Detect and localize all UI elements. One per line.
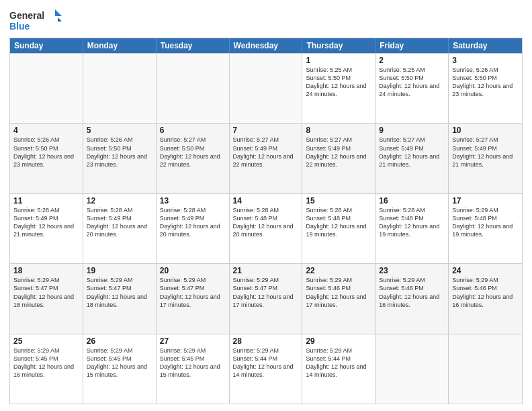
- cell-info: Sunrise: 5:29 AMSunset: 5:47 PMDaylight:…: [13, 276, 79, 309]
- calendar-cell: 4Sunrise: 5:26 AMSunset: 5:50 PMDaylight…: [10, 124, 83, 193]
- day-number: 18: [13, 266, 79, 275]
- cell-info: Sunrise: 5:28 AMSunset: 5:49 PMDaylight:…: [160, 206, 226, 239]
- cell-info: Sunrise: 5:27 AMSunset: 5:49 PMDaylight:…: [233, 136, 299, 169]
- day-number: 9: [379, 126, 445, 135]
- day-number: 19: [87, 266, 152, 275]
- cell-info: Sunrise: 5:26 AMSunset: 5:50 PMDaylight:…: [87, 136, 152, 169]
- cell-info: Sunrise: 5:29 AMSunset: 5:45 PMDaylight:…: [87, 347, 152, 379]
- calendar-week: 11Sunrise: 5:28 AMSunset: 5:49 PMDayligh…: [10, 193, 522, 263]
- calendar-cell: 14Sunrise: 5:28 AMSunset: 5:48 PMDayligh…: [230, 194, 303, 263]
- day-number: 13: [160, 196, 226, 205]
- calendar-cell: 6Sunrise: 5:27 AMSunset: 5:50 PMDaylight…: [157, 124, 230, 193]
- cell-info: Sunrise: 5:29 AMSunset: 5:44 PMDaylight:…: [306, 347, 371, 379]
- calendar-cell: 15Sunrise: 5:28 AMSunset: 5:48 PMDayligh…: [302, 194, 375, 263]
- svg-text:Blue: Blue: [9, 21, 30, 32]
- calendar-cell: 2Sunrise: 5:25 AMSunset: 5:50 PMDaylight…: [375, 54, 449, 123]
- calendar-cell: 19Sunrise: 5:29 AMSunset: 5:47 PMDayligh…: [83, 264, 157, 333]
- calendar-header-cell: Monday: [83, 38, 157, 53]
- calendar-cell: 23Sunrise: 5:29 AMSunset: 5:46 PMDayligh…: [375, 264, 449, 333]
- day-number: 6: [160, 126, 226, 135]
- calendar-cell: 12Sunrise: 5:28 AMSunset: 5:49 PMDayligh…: [83, 194, 157, 263]
- calendar-cell: 8Sunrise: 5:27 AMSunset: 5:49 PMDaylight…: [302, 124, 375, 193]
- day-number: 25: [13, 336, 79, 346]
- day-number: 24: [452, 266, 519, 275]
- calendar-cell: 28Sunrise: 5:29 AMSunset: 5:44 PMDayligh…: [230, 334, 303, 404]
- calendar-cell: 25Sunrise: 5:29 AMSunset: 5:45 PMDayligh…: [10, 334, 83, 404]
- calendar-cell: 11Sunrise: 5:28 AMSunset: 5:49 PMDayligh…: [10, 194, 83, 263]
- svg-marker-2: [55, 9, 62, 16]
- calendar-header-cell: Wednesday: [230, 38, 303, 53]
- day-number: 2: [379, 56, 445, 65]
- calendar-cell: [230, 54, 303, 123]
- cell-info: Sunrise: 5:27 AMSunset: 5:49 PMDaylight:…: [452, 136, 519, 169]
- calendar-week: 1Sunrise: 5:25 AMSunset: 5:50 PMDaylight…: [10, 53, 522, 123]
- cell-info: Sunrise: 5:29 AMSunset: 5:46 PMDaylight:…: [379, 276, 445, 309]
- day-number: 3: [452, 56, 519, 65]
- calendar-header-cell: Tuesday: [157, 38, 230, 53]
- svg-marker-3: [58, 17, 62, 21]
- calendar-cell: [10, 54, 83, 123]
- day-number: 8: [306, 126, 371, 135]
- day-number: 23: [379, 266, 445, 275]
- calendar-header-cell: Friday: [375, 38, 449, 53]
- cell-info: Sunrise: 5:29 AMSunset: 5:45 PMDaylight:…: [13, 347, 79, 379]
- day-number: 26: [87, 336, 152, 346]
- day-number: 21: [233, 266, 299, 275]
- calendar-cell: 20Sunrise: 5:29 AMSunset: 5:47 PMDayligh…: [157, 264, 230, 333]
- cell-info: Sunrise: 5:27 AMSunset: 5:50 PMDaylight:…: [160, 136, 226, 169]
- cell-info: Sunrise: 5:25 AMSunset: 5:50 PMDaylight:…: [306, 66, 371, 99]
- calendar-week: 18Sunrise: 5:29 AMSunset: 5:47 PMDayligh…: [10, 263, 522, 333]
- calendar-cell: 17Sunrise: 5:29 AMSunset: 5:48 PMDayligh…: [449, 194, 522, 263]
- header: General Blue: [9, 7, 523, 34]
- cell-info: Sunrise: 5:29 AMSunset: 5:47 PMDaylight:…: [87, 276, 152, 309]
- day-number: 4: [13, 126, 79, 135]
- calendar-week: 25Sunrise: 5:29 AMSunset: 5:45 PMDayligh…: [10, 334, 522, 404]
- calendar-cell: 22Sunrise: 5:29 AMSunset: 5:46 PMDayligh…: [302, 264, 375, 333]
- cell-info: Sunrise: 5:27 AMSunset: 5:49 PMDaylight:…: [379, 136, 445, 169]
- cell-info: Sunrise: 5:28 AMSunset: 5:48 PMDaylight:…: [233, 206, 299, 239]
- cell-info: Sunrise: 5:27 AMSunset: 5:49 PMDaylight:…: [306, 136, 371, 169]
- cell-info: Sunrise: 5:29 AMSunset: 5:48 PMDaylight:…: [452, 206, 519, 239]
- calendar-body: 1Sunrise: 5:25 AMSunset: 5:50 PMDaylight…: [10, 53, 522, 404]
- day-number: 27: [160, 336, 226, 346]
- cell-info: Sunrise: 5:29 AMSunset: 5:46 PMDaylight:…: [452, 276, 519, 309]
- cell-info: Sunrise: 5:29 AMSunset: 5:44 PMDaylight:…: [233, 347, 299, 379]
- day-number: 7: [233, 126, 299, 135]
- day-number: 17: [452, 196, 519, 205]
- cell-info: Sunrise: 5:28 AMSunset: 5:48 PMDaylight:…: [306, 206, 371, 239]
- day-number: 1: [306, 56, 371, 65]
- calendar-header-cell: Sunday: [10, 38, 83, 53]
- calendar-cell: [375, 334, 449, 404]
- calendar-cell: [83, 54, 157, 123]
- cell-info: Sunrise: 5:29 AMSunset: 5:47 PMDaylight:…: [233, 276, 299, 309]
- day-number: 20: [160, 266, 226, 275]
- calendar-cell: 13Sunrise: 5:28 AMSunset: 5:49 PMDayligh…: [157, 194, 230, 263]
- calendar-cell: 27Sunrise: 5:29 AMSunset: 5:45 PMDayligh…: [157, 334, 230, 404]
- day-number: 10: [452, 126, 519, 135]
- day-number: 12: [87, 196, 152, 205]
- day-number: 16: [379, 196, 445, 205]
- day-number: 28: [233, 336, 299, 346]
- cell-info: Sunrise: 5:26 AMSunset: 5:50 PMDaylight:…: [452, 66, 519, 99]
- calendar-cell: 24Sunrise: 5:29 AMSunset: 5:46 PMDayligh…: [449, 264, 522, 333]
- calendar-cell: 1Sunrise: 5:25 AMSunset: 5:50 PMDaylight…: [302, 54, 375, 123]
- logo-svg: General Blue: [9, 7, 63, 34]
- calendar-cell: 7Sunrise: 5:27 AMSunset: 5:49 PMDaylight…: [230, 124, 303, 193]
- calendar-cell: 26Sunrise: 5:29 AMSunset: 5:45 PMDayligh…: [83, 334, 157, 404]
- calendar-cell: 5Sunrise: 5:26 AMSunset: 5:50 PMDaylight…: [83, 124, 157, 193]
- calendar-cell: 29Sunrise: 5:29 AMSunset: 5:44 PMDayligh…: [302, 334, 375, 404]
- cell-info: Sunrise: 5:25 AMSunset: 5:50 PMDaylight:…: [379, 66, 445, 99]
- calendar-cell: 16Sunrise: 5:28 AMSunset: 5:48 PMDayligh…: [375, 194, 449, 263]
- cell-info: Sunrise: 5:29 AMSunset: 5:47 PMDaylight:…: [160, 276, 226, 309]
- cell-info: Sunrise: 5:28 AMSunset: 5:49 PMDaylight:…: [13, 206, 79, 239]
- cell-info: Sunrise: 5:29 AMSunset: 5:46 PMDaylight:…: [306, 276, 371, 309]
- calendar-cell: [157, 54, 230, 123]
- cell-info: Sunrise: 5:26 AMSunset: 5:50 PMDaylight:…: [13, 136, 79, 169]
- day-number: 11: [13, 196, 79, 205]
- cell-info: Sunrise: 5:29 AMSunset: 5:45 PMDaylight:…: [160, 347, 226, 379]
- calendar-cell: 3Sunrise: 5:26 AMSunset: 5:50 PMDaylight…: [449, 54, 522, 123]
- cell-info: Sunrise: 5:28 AMSunset: 5:48 PMDaylight:…: [379, 206, 445, 239]
- calendar-cell: [449, 334, 522, 404]
- svg-text:General: General: [9, 10, 44, 21]
- calendar-header-cell: Saturday: [449, 38, 522, 53]
